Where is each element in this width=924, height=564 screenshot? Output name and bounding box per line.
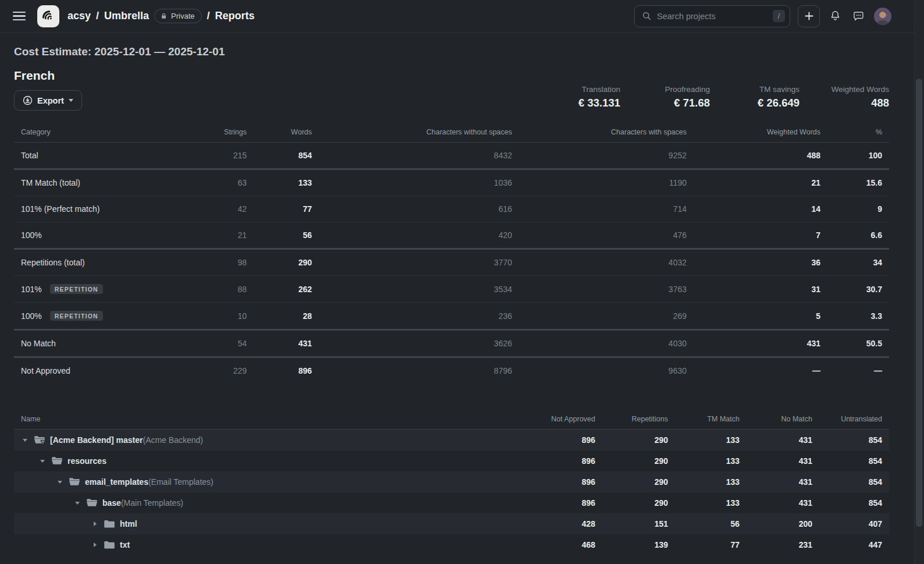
cell-tm-match: 133 bbox=[675, 471, 747, 492]
breadcrumb-project[interactable]: Umbrella bbox=[104, 10, 149, 22]
export-button[interactable]: Export bbox=[14, 90, 82, 111]
col-strings: Strings bbox=[200, 122, 254, 143]
cell-weighted: 36 bbox=[694, 249, 827, 276]
category-label: 100% bbox=[21, 311, 42, 321]
cell-not-approved: 896 bbox=[524, 430, 602, 451]
cell-tm-match: 133 bbox=[675, 430, 747, 451]
cell-tm-match: 133 bbox=[675, 451, 747, 471]
cell-not-approved: 428 bbox=[524, 513, 602, 534]
notifications-button[interactable] bbox=[827, 8, 843, 24]
bell-icon bbox=[829, 10, 841, 22]
tree-row-folder[interactable]: email_templates(Email Templates) 896 290… bbox=[14, 471, 889, 492]
cell-weighted: 14 bbox=[694, 196, 827, 222]
messages-button[interactable] bbox=[851, 8, 866, 24]
cell-words: 896 bbox=[254, 357, 319, 384]
cell-strings: 21 bbox=[200, 222, 254, 249]
cell-percent: 3.3 bbox=[827, 303, 889, 330]
cell-percent: 100 bbox=[827, 143, 889, 169]
stat-proofreading: Proofreading € 71.68 bbox=[628, 85, 710, 109]
cell-chars-spaces: 3763 bbox=[519, 276, 694, 303]
chat-icon bbox=[852, 10, 865, 22]
cell-chars-no-spaces: 616 bbox=[319, 196, 519, 222]
cell-strings: 229 bbox=[200, 357, 254, 384]
expand-icon[interactable] bbox=[91, 522, 99, 526]
stat-translation: Translation € 33.131 bbox=[539, 85, 620, 109]
cell-words: 262 bbox=[254, 276, 319, 303]
menu-icon[interactable] bbox=[13, 12, 26, 21]
cell-weighted: 5 bbox=[694, 303, 827, 330]
col-name: Name bbox=[14, 409, 524, 430]
cell-strings: 10 bbox=[200, 303, 254, 330]
folder-open-icon bbox=[51, 456, 63, 466]
tree-row-branch[interactable]: [Acme Backend] master(Acme Backend) 896 … bbox=[14, 430, 889, 451]
stat-tm-savings: TM savings € 26.649 bbox=[718, 85, 799, 109]
col-repetitions: Repetitions bbox=[602, 409, 675, 430]
tree-row-folder[interactable]: base(Main Templates) 896 290 133 431 854 bbox=[14, 492, 889, 513]
expand-icon[interactable] bbox=[91, 542, 99, 547]
table-row: 101% (Perfect match) 42 77 616 714 14 9 bbox=[14, 196, 889, 222]
col-untranslated: Untranslated bbox=[819, 409, 889, 430]
collapse-icon[interactable] bbox=[56, 481, 64, 484]
scrollbar-track[interactable] bbox=[914, 0, 924, 564]
row-category: TM Match (total) bbox=[14, 169, 200, 196]
col-not-approved: Not Approved bbox=[524, 409, 602, 430]
breadcrumb-separator: / bbox=[207, 10, 210, 22]
col-weighted-words: Weighted Words bbox=[694, 122, 827, 143]
search-shortcut-key: / bbox=[773, 10, 785, 22]
cell-untranslated: 854 bbox=[819, 451, 889, 471]
cell-no-match: 200 bbox=[747, 513, 819, 534]
cell-untranslated: 447 bbox=[819, 534, 889, 555]
col-category: Category bbox=[14, 122, 200, 143]
scrollbar-thumb[interactable] bbox=[916, 79, 922, 527]
cell-chars-spaces: 269 bbox=[519, 303, 694, 330]
cell-percent: 50.5 bbox=[827, 330, 889, 357]
cell-chars-spaces: 476 bbox=[519, 222, 694, 249]
folder-closed-icon bbox=[104, 519, 115, 528]
cell-no-match: 431 bbox=[747, 471, 819, 492]
export-button-label: Export bbox=[37, 96, 64, 105]
table-row: TM Match (total) 63 133 1036 1190 21 15.… bbox=[14, 169, 889, 196]
folder-open-icon bbox=[69, 477, 80, 487]
report-header-row: French Export Translation € 33.131 Proof… bbox=[14, 69, 889, 111]
tree-row-folder[interactable]: txt 468 139 77 231 447 bbox=[14, 534, 889, 555]
breadcrumb-org[interactable]: acsy bbox=[67, 10, 91, 22]
app-logo-icon[interactable] bbox=[37, 5, 59, 27]
file-name: html bbox=[120, 519, 137, 528]
stat-label: TM savings bbox=[718, 85, 799, 94]
cell-no-match: 231 bbox=[747, 534, 819, 555]
search-input[interactable] bbox=[657, 12, 767, 21]
cell-words: 28 bbox=[254, 303, 319, 330]
stat-weighted-words: Weighted Words 488 bbox=[808, 85, 889, 109]
tree-row-folder[interactable]: resources 896 290 133 431 854 bbox=[14, 451, 889, 471]
table-row: Repetitions (total) 98 290 3770 4032 36 … bbox=[14, 249, 889, 276]
cell-words: 56 bbox=[254, 222, 319, 249]
branch-folder-icon bbox=[34, 435, 45, 445]
cell-strings: 88 bbox=[200, 276, 254, 303]
cell-chars-spaces: 4030 bbox=[519, 330, 694, 357]
row-category: 100% bbox=[14, 222, 200, 249]
cell-strings: 215 bbox=[200, 143, 254, 169]
tree-row-folder[interactable]: html 428 151 56 200 407 bbox=[14, 513, 889, 534]
col-no-match: No Match bbox=[747, 409, 819, 430]
cell-repetitions: 139 bbox=[602, 534, 675, 555]
collapse-icon[interactable] bbox=[21, 439, 29, 442]
cell-percent: 34 bbox=[827, 249, 889, 276]
repetition-badge: REPETITION bbox=[50, 311, 103, 321]
page-title: Cost Estimate: 2025-12-01 — 2025-12-01 bbox=[14, 45, 889, 58]
row-category: Not Approved bbox=[14, 357, 200, 384]
file-name: txt bbox=[120, 540, 130, 549]
cell-percent: 15.6 bbox=[827, 169, 889, 196]
breadcrumb-separator: / bbox=[96, 10, 99, 22]
cell-percent: 9 bbox=[827, 196, 889, 222]
cell-weighted: 431 bbox=[694, 330, 827, 357]
breadcrumb-section[interactable]: Reports bbox=[215, 10, 255, 22]
create-button[interactable] bbox=[798, 5, 820, 27]
cell-words: 77 bbox=[254, 196, 319, 222]
file-title: (Main Templates) bbox=[121, 498, 183, 508]
collapse-icon[interactable] bbox=[38, 460, 47, 463]
user-avatar[interactable] bbox=[874, 8, 891, 25]
folder-open-icon bbox=[86, 498, 98, 508]
table-row: Not Approved 229 896 8796 9630 — — bbox=[14, 357, 889, 384]
collapse-icon[interactable] bbox=[73, 502, 81, 505]
row-category: Total bbox=[14, 143, 200, 169]
